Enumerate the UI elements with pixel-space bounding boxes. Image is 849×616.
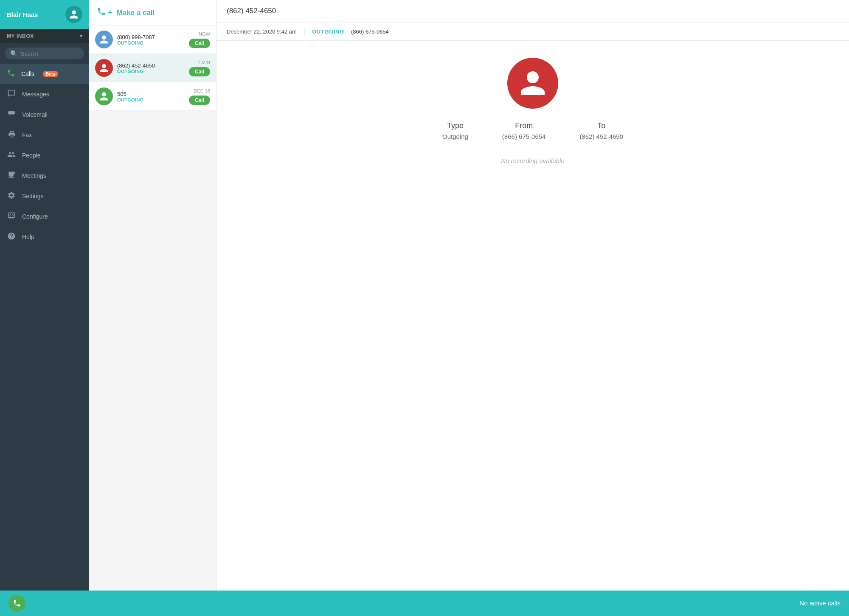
caller-avatar xyxy=(95,59,113,77)
call-button[interactable]: Call xyxy=(189,67,210,76)
no-active-calls-label: No active calls xyxy=(799,599,841,607)
sidebar-item-calls-label: Calls xyxy=(21,70,34,77)
sidebar-item-configure-label: Configure xyxy=(22,213,48,220)
svg-rect-0 xyxy=(8,112,10,113)
call-direction: OUTGOING xyxy=(117,97,185,102)
detail-phone-header: (862) 452-4650 xyxy=(216,0,849,23)
contact-avatar-large xyxy=(507,58,558,109)
sidebar-item-calls[interactable]: Calls Beta xyxy=(0,64,89,84)
sidebar-item-voicemail[interactable]: Voicemail xyxy=(0,104,89,125)
messages-icon xyxy=(7,89,16,99)
call-number: (800) 998-7087 xyxy=(117,34,185,40)
username-label: Blair Haas xyxy=(7,11,38,18)
sidebar-item-configure[interactable]: Configure xyxy=(0,206,89,227)
type-label: Type xyxy=(447,121,464,130)
settings-icon xyxy=(7,191,16,201)
call-time: 1 MIN xyxy=(198,60,210,65)
to-label: To xyxy=(597,121,605,130)
detail-to-col: To (862) 452-4650 xyxy=(579,121,623,140)
detail-meta-header: December 22, 2020 9:42 am | OUTGOING (86… xyxy=(216,23,849,41)
call-list-item[interactable]: (800) 998-7087 OUTGOING NOW Call xyxy=(89,25,216,54)
sidebar: Blair Haas MY INBOX ▾ 🔍 Calls Beta xyxy=(0,0,89,591)
detail-date: December 22, 2020 9:42 am xyxy=(227,28,297,35)
call-direction: OUTGOING xyxy=(117,40,185,45)
sidebar-item-meetings-label: Meetings xyxy=(22,172,46,179)
no-active-calls-area: No active calls xyxy=(799,599,841,607)
call-list: (800) 998-7087 OUTGOING NOW Call (862) 4… xyxy=(89,25,216,591)
call-list-item[interactable]: 505 OUTGOING DEC 18 Call xyxy=(89,82,216,111)
avatar xyxy=(65,6,82,23)
help-icon xyxy=(7,232,16,242)
sidebar-item-people[interactable]: People xyxy=(0,145,89,166)
chevron-down-icon: ▾ xyxy=(80,33,82,39)
call-list-panel: + Make a call (800) 998-7087 OUTGOING NO… xyxy=(89,0,216,591)
meetings-icon xyxy=(7,171,16,181)
detail-body: Type Outgoing From (866) 675-0654 To (86… xyxy=(216,41,849,591)
call-info: (862) 452-4650 OUTGOING xyxy=(117,62,185,74)
make-call-header[interactable]: + Make a call xyxy=(89,0,216,25)
call-right: 1 MIN Call xyxy=(189,60,210,76)
caller-avatar xyxy=(95,31,113,48)
search-input[interactable] xyxy=(21,51,79,57)
type-value: Outgoing xyxy=(442,133,468,140)
sidebar-item-help[interactable]: Help xyxy=(0,227,89,247)
call-detail-panel: (862) 452-4650 December 22, 2020 9:42 am… xyxy=(216,0,849,591)
call-info: 505 OUTGOING xyxy=(117,91,185,102)
sidebar-item-people-label: People xyxy=(22,152,41,159)
caller-avatar xyxy=(95,87,113,105)
detail-from-col: From (866) 675-0654 xyxy=(502,121,546,140)
sidebar-item-settings-label: Settings xyxy=(22,193,44,200)
user-icon xyxy=(69,9,79,20)
call-info: (800) 998-7087 OUTGOING xyxy=(117,34,185,45)
from-label: From xyxy=(515,121,533,130)
plus-sign-icon: + xyxy=(108,8,112,17)
search-input-wrap: 🔍 xyxy=(5,48,84,59)
search-icon: 🔍 xyxy=(10,50,17,57)
calls-icon xyxy=(7,69,15,79)
voicemail-icon xyxy=(7,110,16,120)
to-value: (862) 452-4650 xyxy=(579,133,623,140)
make-call-label: Make a call xyxy=(117,8,155,17)
phone-call-button[interactable] xyxy=(8,595,25,612)
sidebar-header: Blair Haas xyxy=(0,0,89,29)
call-right: DEC 18 Call xyxy=(189,88,210,105)
detail-from-number: (866) 675-0654 xyxy=(351,28,389,35)
call-time: DEC 18 xyxy=(194,88,210,93)
detail-direction-badge: OUTGOING xyxy=(312,28,344,35)
call-type-from-to-row: Type Outgoing From (866) 675-0654 To (86… xyxy=(442,121,623,140)
call-button[interactable]: Call xyxy=(189,96,210,105)
sidebar-item-settings[interactable]: Settings xyxy=(0,186,89,206)
no-recording-text: No recording available xyxy=(501,157,564,164)
sidebar-item-messages-label: Messages xyxy=(22,91,49,98)
meta-divider: | xyxy=(304,28,305,35)
sidebar-item-voicemail-label: Voicemail xyxy=(22,111,48,118)
detail-phone-number: (862) 452-4650 xyxy=(227,7,276,15)
svg-rect-1 xyxy=(13,112,15,113)
sidebar-item-fax[interactable]: Fax xyxy=(0,125,89,145)
fax-icon xyxy=(7,130,16,140)
call-button[interactable]: Call xyxy=(189,39,210,48)
call-number: (862) 452-4650 xyxy=(117,62,185,69)
configure-icon xyxy=(7,211,16,222)
call-right: NOW Call xyxy=(189,31,210,48)
inbox-bar[interactable]: MY INBOX ▾ xyxy=(0,29,89,43)
search-container: 🔍 xyxy=(0,43,89,64)
people-icon xyxy=(7,150,16,160)
sidebar-item-meetings[interactable]: Meetings xyxy=(0,166,89,186)
phone-add-icon xyxy=(97,7,106,18)
from-value: (866) 675-0654 xyxy=(502,133,546,140)
sidebar-item-fax-label: Fax xyxy=(22,132,32,138)
sidebar-item-help-label: Help xyxy=(22,233,34,240)
beta-badge: Beta xyxy=(43,71,58,77)
call-direction: OUTGOING xyxy=(117,69,185,74)
call-time: NOW xyxy=(199,31,210,37)
call-number: 505 xyxy=(117,91,185,97)
inbox-label: MY INBOX xyxy=(7,33,34,39)
sidebar-item-messages[interactable]: Messages xyxy=(0,84,89,104)
detail-type-col: Type Outgoing xyxy=(442,121,468,140)
call-list-item[interactable]: (862) 452-4650 OUTGOING 1 MIN Call xyxy=(89,54,216,82)
bottom-bar: No active calls xyxy=(0,591,849,616)
